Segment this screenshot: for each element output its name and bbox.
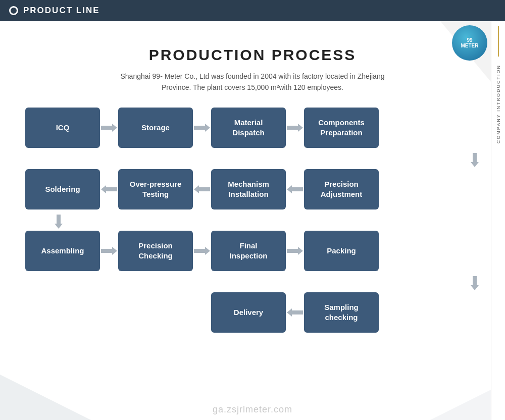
arrow-right-6 xyxy=(286,246,304,256)
flow-box-material-dispatch: Material Dispatch xyxy=(211,108,286,148)
watermark: ga.zsjrlmeter.com xyxy=(213,404,292,415)
arrow-right-1 xyxy=(100,123,118,133)
flow-box-precision-adjustment: Precision Adjustment xyxy=(304,169,379,209)
bottom-decoration-right xyxy=(430,390,491,420)
svg-marker-10 xyxy=(287,247,303,255)
arrow-left-3 xyxy=(286,184,304,194)
svg-marker-9 xyxy=(194,247,210,255)
svg-marker-7 xyxy=(55,215,63,229)
arrow-right-4 xyxy=(100,246,118,256)
flow-container: ICQ Storage Material Dispatch Components… xyxy=(25,108,480,333)
svg-marker-11 xyxy=(471,276,479,290)
flow-box-sampling-checking: Sampling checking xyxy=(304,292,379,333)
header-title: PRODUCT LINE xyxy=(23,6,100,16)
spacer-3 xyxy=(118,292,193,333)
header-circle-icon xyxy=(9,6,18,15)
flow-box-components-preparation: Components Preparation xyxy=(304,108,379,148)
arrow-down-l1 xyxy=(25,215,480,229)
arrow-left-2 xyxy=(193,184,211,194)
main-content: PRODUCTION PROCESS Shanghai 99- Meter Co… xyxy=(0,21,505,348)
arrow-right-3 xyxy=(286,123,304,133)
flow-box-overpressure: Over-pressure Testing xyxy=(118,169,193,209)
flow-box-mechanism-installation: Mechanism Installation xyxy=(211,169,286,209)
arrow-down-r2 xyxy=(25,276,480,290)
flow-box-precision-checking: Precision Checking xyxy=(118,231,193,271)
arrow-left-4 xyxy=(286,307,304,318)
svg-marker-3 xyxy=(471,153,479,167)
arrow-right-5 xyxy=(193,246,211,256)
flow-box-icq: ICQ xyxy=(25,108,100,148)
spacer-1 xyxy=(25,292,100,333)
svg-marker-0 xyxy=(101,124,117,132)
svg-marker-1 xyxy=(194,124,210,132)
flow-box-delivery: Delivery xyxy=(211,292,286,333)
svg-marker-12 xyxy=(287,308,303,317)
flow-box-final-inspection: Final Inspection xyxy=(211,231,286,271)
header-bar: PRODUCT LINE xyxy=(0,0,505,21)
page-title: PRODUCTION PROCESS xyxy=(20,46,485,64)
arrow-down-r1 xyxy=(25,153,480,167)
flow-row-2: Soldering Over-pressure Testing Mechanis… xyxy=(25,169,480,209)
svg-marker-5 xyxy=(194,185,210,193)
flow-box-packing: Packing xyxy=(304,231,379,271)
svg-marker-6 xyxy=(287,185,303,193)
flow-row-1: ICQ Storage Material Dispatch Components… xyxy=(25,108,480,148)
flow-row-3: Assembling Precision Checking Final Insp… xyxy=(25,231,480,271)
page-subtitle: Shanghai 99- Meter Co., Ltd was founded … xyxy=(20,71,485,93)
flow-box-assembling: Assembling xyxy=(25,231,100,271)
bottom-decoration-left xyxy=(0,375,91,420)
flow-row-4: Delivery Sampling checking xyxy=(25,292,480,333)
svg-marker-4 xyxy=(101,185,117,193)
arrow-right-2 xyxy=(193,123,211,133)
svg-marker-2 xyxy=(287,124,303,132)
svg-marker-8 xyxy=(101,247,117,255)
arrow-left-1 xyxy=(100,184,118,194)
flow-box-soldering: Soldering xyxy=(25,169,100,209)
flow-box-storage: Storage xyxy=(118,108,193,148)
